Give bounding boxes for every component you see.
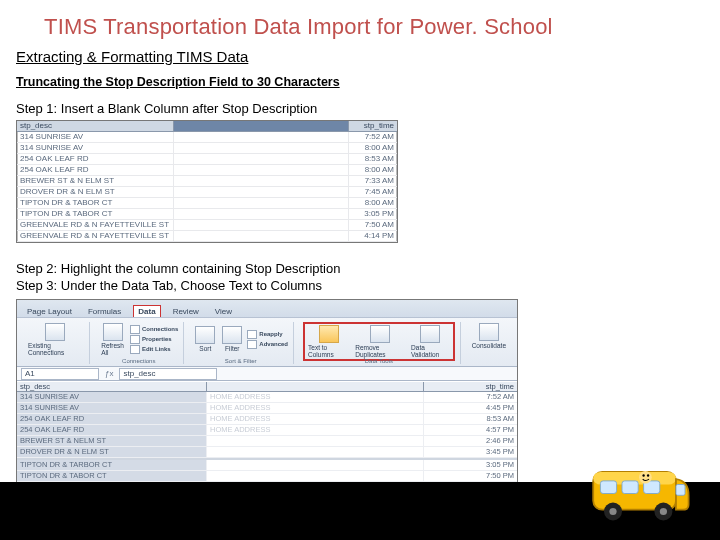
- ribbon-body: Existing Connections Refresh All Connect…: [17, 318, 517, 367]
- cell-blank: [174, 198, 349, 208]
- existing-connections-button[interactable]: Existing Connections: [26, 322, 84, 357]
- advanced-button[interactable]: Advanced: [247, 340, 288, 349]
- cell-desc: 254 OAK LEAF RD: [17, 154, 174, 164]
- refresh-all-button[interactable]: Refresh All: [99, 322, 126, 357]
- col-header-blank: [174, 121, 349, 131]
- cell-ghost: HOME ADDRESS: [207, 425, 424, 435]
- edit-links-label: Edit Links: [142, 346, 171, 352]
- cell-ghost: [207, 436, 424, 446]
- cell-blank: [174, 187, 349, 197]
- cell-desc: BREWER ST & N ELM ST: [17, 176, 174, 186]
- cell-time: 2:46 PM: [424, 436, 517, 446]
- table-row: GREENVALE RD & N FAYETTEVILLE ST7:50 AM: [17, 220, 397, 231]
- table-header: stp_desc stp_time: [17, 121, 397, 132]
- cell-desc: TIPTON DR & TABOR CT: [17, 209, 174, 219]
- table-row: 254 OAK LEAF RDHOME ADDRESS8:53 AM: [17, 414, 517, 425]
- ribbon-tabs: Page Layout Formulas Data Review View: [17, 300, 517, 318]
- slide: TIMS Transportation Data Import for Powe…: [0, 0, 720, 505]
- cell-desc: TIPTON DR & TABOR CT: [17, 471, 207, 481]
- table-row: 314 SUNRISE AVHOME ADDRESS7:52 AM: [17, 392, 517, 403]
- cell-blank: [174, 143, 349, 153]
- cell-ghost: HOME ADDRESS: [207, 392, 424, 402]
- tab-view[interactable]: View: [211, 306, 236, 317]
- group-sort-filter: Sort Filter Reapply Advanced Sort & Filt…: [188, 322, 294, 364]
- cell-time: 3:45 PM: [424, 447, 517, 457]
- cell-ghost: HOME ADDRESS: [207, 403, 424, 413]
- name-box[interactable]: A1: [21, 368, 99, 380]
- group-consolidate: Consolidate: [465, 322, 513, 364]
- text-to-columns-button[interactable]: Text to Columns: [306, 324, 351, 359]
- filter-button[interactable]: Filter: [220, 325, 244, 353]
- cell-time: 4:45 PM: [424, 403, 517, 413]
- edit-links-button[interactable]: Edit Links: [130, 345, 178, 354]
- table-row: 314 SUNRISE AV8:00 AM: [17, 143, 397, 154]
- cell-blank: [174, 176, 349, 186]
- figure-excel-ribbon: Page Layout Formulas Data Review View Ex…: [16, 299, 518, 505]
- table-row: 254 OAK LEAF RD8:53 AM: [17, 154, 397, 165]
- svg-point-8: [609, 508, 616, 515]
- table-row: TIPTON DR & TARBOR CT3:05 PM: [17, 460, 517, 471]
- figure-worksheet-blank-column: stp_desc stp_time 314 SUNRISE AV7:52 AM3…: [16, 120, 398, 243]
- data-validation-button[interactable]: Data Validation: [409, 324, 452, 359]
- properties-button[interactable]: Properties: [130, 335, 178, 344]
- cell-time: 7:50 AM: [349, 220, 397, 230]
- cell-desc: TIPTON DR & TARBOR CT: [17, 460, 207, 470]
- group-connections: Refresh All Connections Properties Edit …: [94, 322, 184, 364]
- group-get-external: Existing Connections: [21, 322, 90, 364]
- step-1-text: Step 1: Insert a Blank Column after Stop…: [16, 101, 704, 116]
- connections-button[interactable]: Connections: [130, 325, 178, 334]
- tab-formulas[interactable]: Formulas: [84, 306, 125, 317]
- consolidate-icon: [479, 323, 499, 341]
- consolidate-button[interactable]: Consolidate: [470, 322, 508, 350]
- formula-input[interactable]: stp_desc: [119, 368, 217, 380]
- table-row: 254 OAK LEAF RD8:00 AM: [17, 165, 397, 176]
- cell-time: 8:53 AM: [349, 154, 397, 164]
- table-row: GREENVALE RD & N FAYETTEVILLE ST4:14 PM: [17, 231, 397, 242]
- step-3-text: Step 3: Under the Data Tab, Choose Text …: [16, 278, 704, 293]
- cell-time: 8:00 AM: [349, 165, 397, 175]
- data-validation-label: Data Validation: [411, 344, 450, 358]
- cell-desc: 314 SUNRISE AV: [17, 403, 207, 413]
- tab-review[interactable]: Review: [169, 306, 203, 317]
- advanced-label: Advanced: [259, 341, 288, 347]
- table-row: DROVER DR & N ELM ST3:45 PM: [17, 447, 517, 458]
- group-data-tools: Text to Columns Remove Duplicates Data V…: [298, 322, 461, 364]
- cell-desc: BREWER ST & NELM ST: [17, 436, 207, 446]
- reapply-button[interactable]: Reapply: [247, 330, 288, 339]
- group-sort-filter-label: Sort & Filter: [188, 358, 293, 364]
- cell-time: 7:50 PM: [424, 471, 517, 481]
- page-title: TIMS Transportation Data Import for Powe…: [44, 14, 704, 40]
- existing-connections-icon: [45, 323, 65, 341]
- remove-duplicates-label: Remove Duplicates: [355, 344, 405, 358]
- cell-blank: [174, 132, 349, 142]
- data-validation-icon: [420, 325, 440, 343]
- sort-icon: [195, 326, 215, 344]
- cell-time: 3:05 PM: [349, 209, 397, 219]
- cell-desc: 254 OAK LEAF RD: [17, 425, 207, 435]
- school-bus-icon: [586, 448, 694, 530]
- advanced-icon: [247, 340, 257, 349]
- refresh-all-label: Refresh All: [101, 342, 124, 356]
- edit-links-icon: [130, 345, 140, 354]
- tab-page-layout[interactable]: Page Layout: [23, 306, 76, 317]
- table-row: 254 OAK LEAF RDHOME ADDRESS4:57 PM: [17, 425, 517, 436]
- text-to-columns-label: Text to Columns: [308, 344, 349, 358]
- cell-desc: 314 SUNRISE AV: [17, 392, 207, 402]
- cell-time: 8:00 AM: [349, 198, 397, 208]
- connections-stack: Connections Properties Edit Links: [130, 325, 178, 354]
- table-row: BREWER ST & NELM ST2:46 PM: [17, 436, 517, 447]
- cell-time: 8:53 AM: [424, 414, 517, 424]
- table-row: TIPTON DR & TABOR CT8:00 AM: [17, 198, 397, 209]
- cell-desc: GREENVALE RD & N FAYETTEVILLE ST: [17, 220, 174, 230]
- cell-time: 3:05 PM: [424, 460, 517, 470]
- col-header-c: stp_time: [424, 382, 517, 391]
- svg-point-11: [639, 471, 652, 484]
- sort-button[interactable]: Sort: [193, 325, 217, 353]
- cell-desc: 254 OAK LEAF RD: [17, 165, 174, 175]
- table-row: BREWER ST & N ELM ST7:33 AM: [17, 176, 397, 187]
- cell-time: 4:14 PM: [349, 231, 397, 241]
- fx-icon[interactable]: ƒx: [105, 369, 113, 378]
- remove-duplicates-button[interactable]: Remove Duplicates: [353, 324, 407, 359]
- tab-data[interactable]: Data: [133, 305, 160, 317]
- properties-icon: [130, 335, 140, 344]
